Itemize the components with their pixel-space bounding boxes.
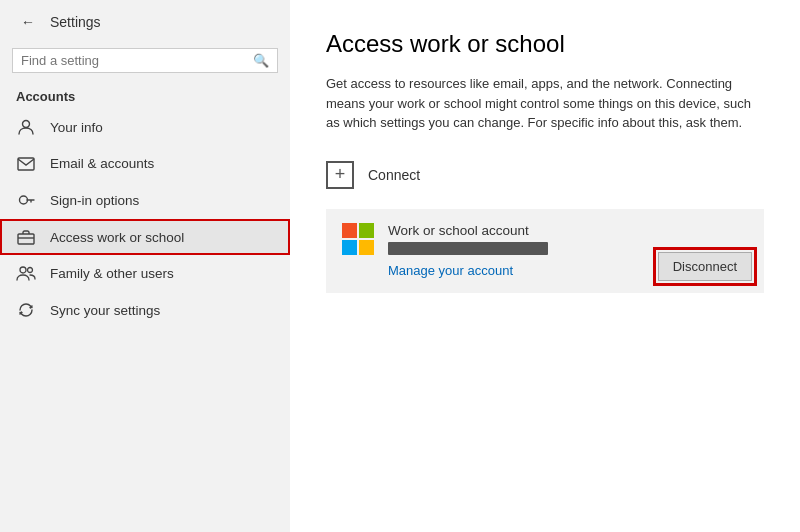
sidebar-item-label: Access work or school (50, 230, 184, 245)
connect-label: Connect (368, 167, 420, 183)
page-title: Access work or school (326, 30, 764, 58)
svg-rect-1 (18, 158, 34, 170)
sidebar: ← Settings 🔍 Accounts Your info Email & … (0, 0, 290, 532)
svg-point-0 (23, 121, 30, 128)
svg-point-4 (20, 267, 26, 273)
ms-logo-blue (342, 240, 357, 255)
manage-account-link[interactable]: Manage your account (388, 263, 513, 278)
svg-point-2 (20, 196, 28, 204)
account-card: Work or school account Manage your accou… (326, 209, 764, 293)
sidebar-item-email-accounts[interactable]: Email & accounts (0, 146, 290, 181)
svg-rect-3 (18, 234, 34, 244)
ms-logo-green (359, 223, 374, 238)
svg-point-5 (28, 268, 33, 273)
accounts-section-label: Accounts (0, 83, 290, 108)
ms-logo-red (342, 223, 357, 238)
sync-icon (16, 301, 36, 319)
family-icon (16, 265, 36, 281)
disconnect-button[interactable]: Disconnect (658, 252, 752, 281)
key-icon (16, 191, 36, 209)
account-name: Work or school account (388, 223, 748, 238)
sidebar-item-label: Sign-in options (50, 193, 139, 208)
ms-logo-yellow (359, 240, 374, 255)
sidebar-item-label: Sync your settings (50, 303, 160, 318)
briefcase-icon (16, 229, 36, 245)
your-info-icon (16, 118, 36, 136)
account-email-redacted (388, 242, 548, 255)
sidebar-header: ← Settings (0, 0, 290, 44)
sidebar-item-your-info[interactable]: Your info (0, 108, 290, 146)
search-input[interactable] (21, 53, 247, 68)
settings-title: Settings (50, 14, 101, 30)
search-icon[interactable]: 🔍 (253, 53, 269, 68)
sidebar-item-label: Your info (50, 120, 103, 135)
page-description: Get access to resources like email, apps… (326, 74, 764, 133)
back-button[interactable]: ← (16, 10, 40, 34)
sidebar-item-label: Email & accounts (50, 156, 154, 171)
sidebar-item-sign-in[interactable]: Sign-in options (0, 181, 290, 219)
sidebar-item-access-work[interactable]: Access work or school (0, 219, 290, 255)
microsoft-logo (342, 223, 374, 255)
plus-icon: + (326, 161, 354, 189)
search-box[interactable]: 🔍 (12, 48, 278, 73)
main-content: Access work or school Get access to reso… (290, 0, 800, 532)
sidebar-item-family[interactable]: Family & other users (0, 255, 290, 291)
connect-row[interactable]: + Connect (326, 157, 764, 193)
sidebar-item-sync[interactable]: Sync your settings (0, 291, 290, 329)
sidebar-item-label: Family & other users (50, 266, 174, 281)
email-icon (16, 157, 36, 171)
